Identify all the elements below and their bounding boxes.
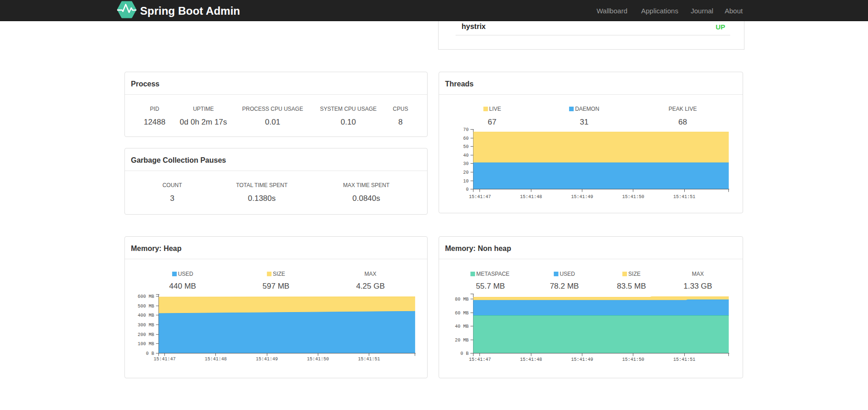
svg-text:15:41:47: 15:41:47: [469, 357, 491, 362]
svg-text:15:41:50: 15:41:50: [622, 357, 644, 362]
svg-text:200 MB: 200 MB: [138, 332, 154, 337]
svg-text:40: 40: [463, 153, 468, 158]
svg-text:60 MB: 60 MB: [455, 311, 468, 316]
svg-text:15:41:51: 15:41:51: [673, 357, 695, 362]
svg-text:300 MB: 300 MB: [138, 323, 154, 328]
svg-text:15:41:51: 15:41:51: [358, 357, 380, 362]
svg-text:0 B: 0 B: [146, 351, 154, 356]
svg-text:15:41:49: 15:41:49: [571, 194, 593, 199]
svg-text:0 B: 0 B: [460, 351, 468, 356]
svg-text:40 MB: 40 MB: [455, 324, 468, 329]
svg-text:15:41:51: 15:41:51: [673, 194, 695, 199]
svg-text:60: 60: [463, 136, 468, 141]
svg-text:500 MB: 500 MB: [138, 304, 154, 309]
svg-text:10: 10: [463, 179, 468, 184]
svg-text:70: 70: [463, 127, 468, 132]
svg-text:15:41:49: 15:41:49: [571, 357, 593, 362]
svg-text:0: 0: [466, 187, 468, 192]
svg-text:15:41:48: 15:41:48: [205, 357, 227, 362]
svg-text:15:41:48: 15:41:48: [520, 357, 542, 362]
svg-text:20 MB: 20 MB: [455, 338, 468, 343]
svg-text:50: 50: [463, 144, 468, 149]
svg-text:600 MB: 600 MB: [138, 294, 154, 299]
svg-text:100 MB: 100 MB: [138, 342, 154, 347]
svg-text:15:41:50: 15:41:50: [622, 194, 644, 199]
svg-text:15:41:49: 15:41:49: [256, 357, 278, 362]
svg-text:80 MB: 80 MB: [455, 297, 468, 302]
svg-text:20: 20: [463, 170, 468, 175]
svg-text:400 MB: 400 MB: [138, 313, 154, 318]
svg-text:15:41:47: 15:41:47: [469, 194, 491, 199]
svg-text:15:41:47: 15:41:47: [153, 357, 175, 362]
svg-text:15:41:50: 15:41:50: [307, 357, 329, 362]
svg-text:30: 30: [463, 161, 468, 166]
svg-text:15:41:48: 15:41:48: [520, 194, 542, 199]
